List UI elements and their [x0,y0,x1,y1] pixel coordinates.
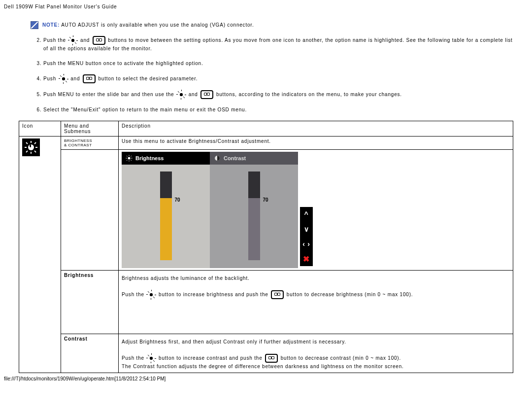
note-icon [31,21,38,29]
osd-brightness-pane: 70 [122,165,210,268]
note-text: NOTE: AUTO ADJUST is only available when… [42,21,254,29]
page-title: Dell 1909W Flat Panel Monitor User's Gui… [0,0,532,11]
steps-list: Push the and buttons to move between the… [19,36,513,114]
svg-line-16 [131,156,132,157]
table-row: Brightness Brightness adjusts the lumina… [19,271,513,334]
content-area: NOTE: AUTO ADJUST is only available when… [0,11,532,373]
step-text: and [80,37,92,43]
brightness-up-icon [177,90,186,99]
cell-desc: Adjust Brightness first, and then adjust… [119,334,513,373]
brightness-up-icon [147,290,156,299]
menu-text: & CONTRAST [64,143,92,147]
desc-text: Adjust Brightness first, and then adjust… [122,339,346,344]
th-icon: Icon [19,121,61,137]
step-text: buttons to move between the setting opti… [43,37,513,51]
cell-menu: Contrast [61,334,119,373]
table-row: Brightness Contrast [19,150,513,271]
tab-label: Contrast [224,155,246,161]
svg-point-9 [128,157,131,160]
tab-label: Brightness [135,155,164,161]
cell-icon [19,137,61,373]
cell-desc: Brightness adjusts the luminance of the … [119,271,513,334]
step-6: Select the "Menu/Exit" option to return … [43,106,513,114]
osd-up-button[interactable]: ^ [300,207,313,222]
desc-text: button to increase brightness and push t… [159,292,270,297]
step-5: Push MENU to enter the slide bar and the… [43,90,513,99]
contrast-icon [214,155,221,162]
cell-menu: Brightness [61,271,119,334]
osd-side-buttons: ^ ∨ ‹ › ✖ [300,207,313,266]
step-2: Push the and buttons to move between the… [43,36,513,53]
menu-text: BRIGHTNESS [64,138,92,143]
submenu-label: Contrast [64,336,88,342]
brightness-down-icon [265,354,278,363]
brightness-value: 70 [175,197,180,203]
osd-tab-contrast[interactable]: Contrast [210,152,298,165]
step-text: Push MENU to enter the slide bar and the… [43,92,176,97]
osd-contrast-pane: 70 [210,165,298,268]
brightness-down-icon [200,90,213,99]
table-row: BRIGHTNESS & CONTRAST Use this menu to a… [19,137,513,150]
osd-body: 70 70 [122,165,298,268]
svg-line-6 [34,151,36,152]
brightness-slider[interactable]: 70 [160,171,172,260]
step-text: Push the [43,37,67,43]
desc-text: button to decrease contrast (min 0 ~ max… [281,355,401,361]
svg-line-5 [26,142,28,144]
note-row: NOTE: AUTO ADJUST is only available when… [19,21,513,29]
osd-tabs: Brightness Contrast [122,152,298,165]
footer-path: file:///T|/htdocs/monitors/1909W/en/ug/o… [0,373,532,384]
desc-text: button to increase contrast and push the [159,355,264,361]
cell-menu: BRIGHTNESS & CONTRAST [61,137,119,150]
svg-line-8 [26,151,28,152]
step-text: and [189,92,200,97]
step-text: buttons, according to the indicators on … [216,92,402,97]
cell-desc: Use this menu to activate Brightness/Con… [119,137,513,150]
note-label: NOTE: [42,22,60,28]
osd-down-button[interactable]: ∨ [300,222,313,237]
table-row: Contrast Adjust Brightness first, and th… [19,334,513,373]
desc-text: The Contrast function adjusts the degree… [122,364,404,369]
brightness-down-icon [93,36,105,45]
desc-text: button to decrease brightness (min 0 ~ m… [287,292,413,297]
contrast-value: 70 [263,197,268,203]
cell-menu-empty [61,150,119,271]
desc-text: Push the [122,355,146,361]
step-4: Push and button to select the desired pa… [43,74,513,83]
step-3: Push the MENU button once to activate th… [43,60,513,68]
svg-line-14 [127,156,128,157]
submenu-label: Brightness [64,273,94,278]
desc-text: Push the [122,292,146,297]
svg-line-15 [131,160,132,161]
svg-line-17 [127,160,128,161]
osd-leftright-button[interactable]: ‹ › [300,237,313,251]
th-desc: Description [119,121,513,137]
brightness-down-icon [271,290,284,299]
th-menu: Menu and Submenus [61,121,119,137]
cell-osd: Brightness Contrast [119,150,513,271]
brightness-up-icon [59,74,68,83]
brightness-up-icon [68,36,77,45]
osd-tab-brightness[interactable]: Brightness [122,152,210,165]
note-body: AUTO ADJUST is only available when you u… [61,22,254,28]
brightness-contrast-icon [22,138,40,156]
step-text: and [70,76,82,81]
svg-line-7 [34,142,36,144]
sun-icon [126,155,133,162]
step-text: Push [43,76,58,81]
osd-close-button[interactable]: ✖ [300,251,313,266]
table-header-row: Icon Menu and Submenus Description [19,121,513,137]
osd-panel: Brightness Contrast [122,152,298,268]
desc-text: Brightness adjusts the luminance of the … [122,275,250,281]
brightness-down-icon [83,74,96,83]
step-text: button to select the desired parameter. [98,76,198,81]
contrast-slider[interactable]: 70 [248,171,260,260]
options-table: Icon Menu and Submenus Description [19,121,513,373]
brightness-up-icon [147,354,156,363]
